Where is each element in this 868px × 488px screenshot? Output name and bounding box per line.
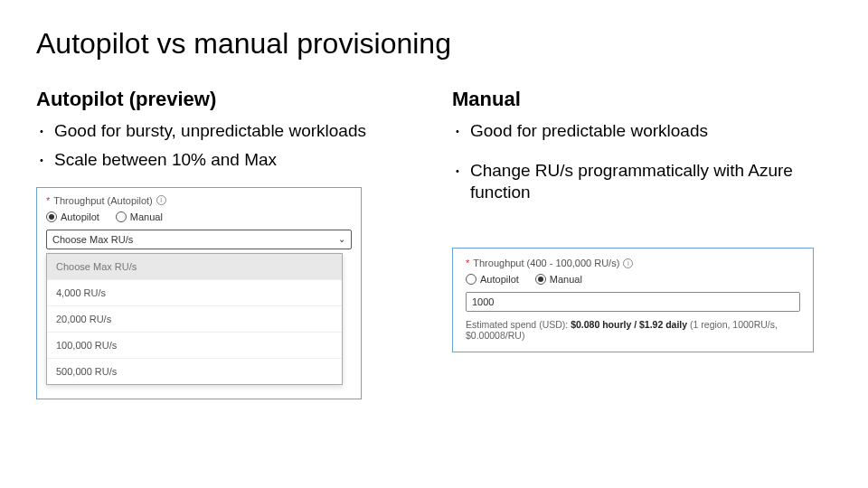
chevron-down-icon: ⌄ bbox=[338, 234, 345, 244]
dropdown-option[interactable]: 100,000 RU/s bbox=[47, 333, 342, 359]
radio-dot-icon bbox=[116, 211, 127, 222]
throughput-label-row: * Throughput (Autopilot) i bbox=[46, 195, 352, 206]
throughput-mode-radios: Autopilot Manual bbox=[46, 211, 352, 222]
required-asterisk: * bbox=[466, 258, 469, 268]
manual-bullets: Good for predictable workloads Change RU… bbox=[452, 120, 832, 202]
dropdown-option[interactable]: 500,000 RU/s bbox=[47, 359, 342, 384]
estimate-prefix: Estimated spend (USD): bbox=[466, 319, 571, 330]
manual-panel: * Throughput (400 - 100,000 RU/s) i Auto… bbox=[452, 248, 814, 352]
throughput-mode-radios: Autopilot Manual bbox=[466, 274, 800, 285]
column-autopilot: Autopilot (preview) Good for bursty, unp… bbox=[36, 88, 416, 399]
info-icon[interactable]: i bbox=[156, 195, 166, 205]
radio-autopilot[interactable]: Autopilot bbox=[466, 274, 519, 285]
radio-dot-selected-icon bbox=[46, 211, 57, 222]
bullet-item: Good for predictable workloads bbox=[452, 120, 832, 142]
radio-dot-selected-icon bbox=[535, 274, 546, 285]
throughput-label: Throughput (400 - 100,000 RU/s) bbox=[473, 258, 619, 268]
radio-label: Manual bbox=[130, 211, 163, 222]
dropdown-option[interactable]: 20,000 RU/s bbox=[47, 306, 342, 333]
autopilot-bullets: Good for bursty, unpredictable workloads… bbox=[36, 120, 416, 171]
autopilot-panel: * Throughput (Autopilot) i Autopilot Man… bbox=[36, 187, 362, 399]
radio-label: Autopilot bbox=[61, 211, 99, 222]
max-ru-select[interactable]: Choose Max RU/s ⌄ bbox=[46, 230, 352, 249]
dropdown-option[interactable]: 4,000 RU/s bbox=[47, 280, 342, 306]
throughput-label-row: * Throughput (400 - 100,000 RU/s) i bbox=[466, 258, 800, 268]
max-ru-dropdown: Choose Max RU/s 4,000 RU/s 20,000 RU/s 1… bbox=[46, 253, 343, 385]
required-asterisk: * bbox=[46, 195, 50, 206]
radio-manual[interactable]: Manual bbox=[535, 274, 582, 285]
info-icon[interactable]: i bbox=[623, 258, 633, 268]
column-manual: Manual Good for predictable workloads Ch… bbox=[452, 88, 832, 399]
heading-autopilot: Autopilot (preview) bbox=[36, 88, 416, 111]
estimate-amount: $0.080 hourly / $1.92 daily bbox=[571, 319, 687, 330]
radio-label: Autopilot bbox=[480, 274, 519, 285]
slide-title: Autopilot vs manual provisioning bbox=[36, 27, 832, 61]
radio-autopilot[interactable]: Autopilot bbox=[46, 211, 99, 222]
bullet-item: Scale between 10% and Max bbox=[36, 149, 416, 171]
columns: Autopilot (preview) Good for bursty, unp… bbox=[36, 88, 832, 399]
select-value: Choose Max RU/s bbox=[52, 234, 133, 245]
radio-manual[interactable]: Manual bbox=[116, 211, 163, 222]
radio-dot-icon bbox=[466, 274, 476, 285]
heading-manual: Manual bbox=[452, 88, 832, 111]
bullet-item: Good for bursty, unpredictable workloads bbox=[36, 120, 416, 142]
throughput-input[interactable]: 1000 bbox=[466, 292, 800, 312]
radio-label: Manual bbox=[550, 274, 582, 285]
throughput-label: Throughput (Autopilot) bbox=[53, 195, 152, 206]
bullet-item: Change RU/s programmatically with Azure … bbox=[452, 160, 832, 203]
dropdown-header: Choose Max RU/s bbox=[47, 254, 342, 280]
estimate-text: Estimated spend (USD): $0.080 hourly / $… bbox=[466, 319, 800, 341]
